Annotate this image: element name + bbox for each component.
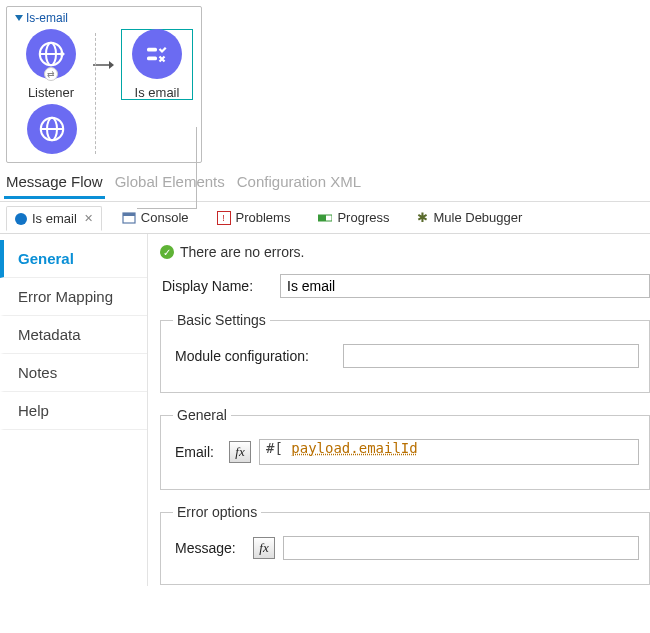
- general-legend: General: [173, 407, 231, 423]
- tab-is-email[interactable]: Is email ✕: [6, 206, 102, 231]
- basic-settings-legend: Basic Settings: [173, 312, 270, 328]
- component-listener[interactable]: ⇄ Listener: [15, 29, 87, 100]
- properties-body: ✓ There are no errors. Display Name: Bas…: [148, 234, 650, 586]
- tab-global-elements[interactable]: Global Elements: [113, 171, 227, 199]
- flow-title: Is-email: [26, 11, 68, 25]
- collapse-icon[interactable]: [15, 15, 23, 21]
- flow-container: Is-email ⇄ Listener: [6, 6, 202, 163]
- component-label: Is email: [135, 85, 180, 100]
- tab-label: Mule Debugger: [433, 210, 522, 225]
- error-options-legend: Error options: [173, 504, 261, 520]
- tab-progress[interactable]: Progress: [310, 206, 397, 229]
- component-is-email[interactable]: Is email: [121, 29, 193, 100]
- nav-help[interactable]: Help: [0, 392, 147, 430]
- problems-icon: !: [217, 211, 231, 225]
- component-label: Listener: [28, 85, 74, 100]
- status-text: There are no errors.: [180, 244, 305, 260]
- flow-arrow-icon: [93, 58, 115, 72]
- tab-problems[interactable]: ! Problems: [209, 206, 299, 229]
- display-name-input[interactable]: [280, 274, 650, 298]
- tab-message-flow[interactable]: Message Flow: [4, 171, 105, 199]
- module-config-input[interactable]: [343, 344, 639, 368]
- svg-rect-10: [123, 213, 135, 216]
- component-tab-icon: [15, 213, 27, 225]
- tab-label: Problems: [236, 210, 291, 225]
- general-group: General Email: fx #[ payload.emailId: [160, 407, 650, 490]
- tab-label: Is email: [32, 211, 77, 226]
- basic-settings-group: Basic Settings Module configuration:: [160, 312, 650, 393]
- fx-toggle-button[interactable]: fx: [253, 537, 275, 559]
- properties-panel: General Error Mapping Metadata Notes Hel…: [0, 234, 650, 586]
- properties-nav: General Error Mapping Metadata Notes Hel…: [0, 234, 148, 586]
- svg-rect-4: [147, 48, 157, 52]
- svg-rect-5: [147, 57, 157, 61]
- tab-mule-debugger[interactable]: ✱ Mule Debugger: [409, 206, 530, 229]
- expr-body: payload.emailId: [291, 440, 417, 456]
- expr-prefix: #[: [266, 440, 291, 456]
- nav-error-mapping[interactable]: Error Mapping: [0, 278, 147, 316]
- scope-divider: [95, 33, 96, 154]
- svg-rect-12: [318, 215, 326, 221]
- validate-icon: [132, 29, 182, 79]
- module-config-label: Module configuration:: [175, 348, 335, 364]
- progress-icon: [318, 211, 332, 225]
- editor-tab-bar: Message Flow Global Elements Configurati…: [0, 165, 650, 202]
- tab-configuration-xml[interactable]: Configuration XML: [235, 171, 363, 199]
- email-label: Email:: [175, 444, 221, 460]
- panel-tab-bar: Is email ✕ Console ! Problems Progress ✱…: [0, 202, 650, 234]
- nav-general[interactable]: General: [0, 240, 147, 278]
- console-icon: [122, 211, 136, 225]
- email-expression-input[interactable]: #[ payload.emailId: [259, 439, 639, 465]
- nav-notes[interactable]: Notes: [0, 354, 147, 392]
- tab-label: Progress: [337, 210, 389, 225]
- error-options-group: Error options Message: fx: [160, 504, 650, 585]
- tab-label: Console: [141, 210, 189, 225]
- status-no-errors: ✓ There are no errors.: [160, 244, 650, 260]
- bug-icon: ✱: [417, 210, 428, 225]
- message-input[interactable]: [283, 536, 639, 560]
- nav-metadata[interactable]: Metadata: [0, 316, 147, 354]
- http-listener-icon: ⇄: [26, 29, 76, 79]
- fx-toggle-button[interactable]: fx: [229, 441, 251, 463]
- display-name-label: Display Name:: [162, 278, 272, 294]
- component-extra[interactable]: [15, 104, 77, 154]
- close-icon[interactable]: ✕: [84, 212, 93, 225]
- ok-icon: ✓: [160, 245, 174, 259]
- globe-icon: [27, 104, 77, 154]
- message-label: Message:: [175, 540, 245, 556]
- tab-console[interactable]: Console: [114, 206, 197, 229]
- connector-badge-icon: ⇄: [44, 67, 58, 81]
